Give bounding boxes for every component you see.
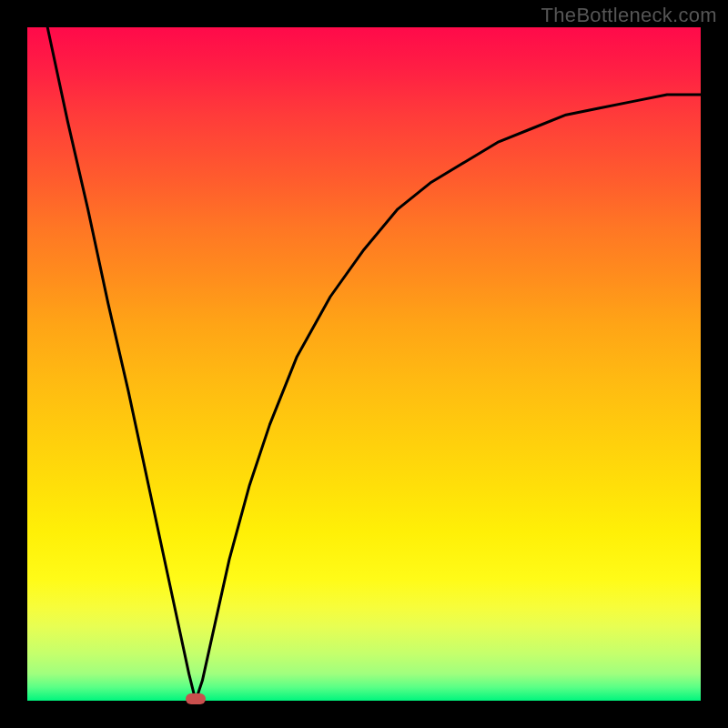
min-marker	[186, 693, 206, 704]
watermark-text: TheBottleneck.com	[541, 4, 717, 27]
plot-area	[27, 27, 701, 701]
bottleneck-curve	[27, 27, 701, 701]
chart-frame: TheBottleneck.com	[0, 0, 728, 728]
